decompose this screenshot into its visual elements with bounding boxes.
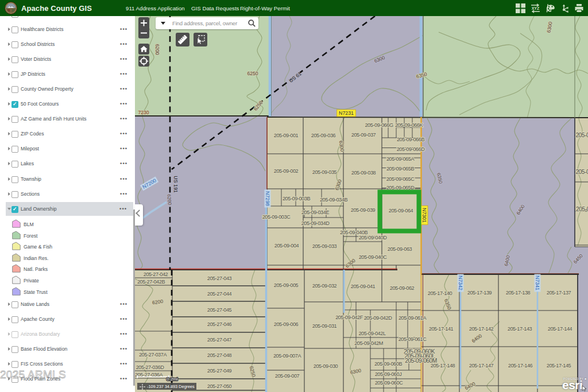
svg-text:205-27-042: 205-27-042 — [144, 271, 168, 277]
svg-text:205-27-036D: 205-27-036D — [136, 364, 164, 370]
svg-text:N7341: N7341 — [535, 275, 540, 290]
svg-text:205-09-062: 205-09-062 — [390, 285, 415, 291]
svg-text:205-27-037A: 205-27-037A — [139, 352, 167, 358]
svg-text:205-17-143: 205-17-143 — [508, 326, 532, 332]
svg-text:205-09-030: 205-09-030 — [314, 363, 338, 369]
svg-text:205-09-001: 205-09-001 — [274, 133, 299, 138]
svg-text:205-09-060C: 205-09-060C — [375, 380, 403, 386]
svg-text:205-09-004: 205-09-004 — [274, 243, 299, 249]
svg-text:205-09-006: 205-09-006 — [274, 321, 299, 327]
svg-text:205-09-034D: 205-09-034D — [301, 220, 330, 226]
svg-text:205-09-007: 205-09-007 — [275, 373, 300, 379]
svg-text:205-09-040C: 205-09-040C — [359, 254, 387, 260]
svg-text:205-09-034B: 205-09-034B — [320, 197, 347, 203]
svg-text:205-17-146: 205-17-146 — [508, 363, 533, 368]
svg-text:205-09-065A: 205-09-065A — [386, 156, 415, 162]
svg-text:205-09-040D: 205-09-040D — [359, 235, 387, 240]
svg-text:205-27-045: 205-27-045 — [207, 307, 232, 313]
svg-text:205-09-061C: 205-09-061C — [399, 336, 427, 342]
svg-text:205-27-047: 205-27-047 — [207, 337, 232, 343]
svg-text:205-09-039: 205-09-039 — [351, 207, 376, 213]
svg-text:205-09-066D: 205-09-066D — [397, 146, 425, 152]
svg-text:0.2mi: 0.2mi — [167, 377, 178, 382]
svg-text:205-09-041: 205-09-041 — [351, 284, 376, 289]
svg-text:205-09-066B: 205-09-066B — [397, 137, 424, 142]
svg-text:205-17-138: 205-17-138 — [506, 290, 531, 296]
svg-text:205-09-038: 205-09-038 — [351, 170, 376, 176]
svg-text:205-17-141: 205-17-141 — [429, 326, 454, 332]
svg-text:205-09-032: 205-09-032 — [312, 283, 337, 289]
svg-text:N7231: N7231 — [339, 110, 354, 116]
svg-text:205-09-002: 205-09-002 — [274, 168, 299, 174]
svg-text:205-09-063: 205-09-063 — [388, 246, 412, 252]
svg-text:205-09-060B: 205-09-060B — [374, 361, 402, 367]
svg-text:205-17-144: 205-17-144 — [548, 326, 572, 332]
svg-text:205-09-065B: 205-09-065B — [386, 166, 414, 172]
svg-text:205-09-061A: 205-09-061A — [399, 315, 427, 321]
svg-text:205-17-140: 205-17-140 — [428, 290, 452, 296]
svg-text:205-09-042L: 205-09-042L — [358, 331, 385, 336]
svg-text:205-27-049: 205-27-049 — [207, 368, 232, 374]
svg-text:205-27-043: 205-27-043 — [207, 275, 232, 281]
svg-text:205-09-037: 205-09-037 — [351, 132, 376, 138]
svg-text:205-09-003B: 205-09-003B — [283, 196, 310, 201]
svg-text:6200: 6200 — [166, 194, 173, 205]
svg-text:205-17-139: 205-17-139 — [467, 290, 492, 296]
svg-text:205-09-042F: 205-09-042F — [335, 315, 363, 320]
svg-text:205-09-066K: 205-09-066K — [395, 122, 423, 128]
svg-text:205-09-065C: 205-09-065C — [386, 176, 415, 182]
svg-text:6250: 6250 — [247, 71, 258, 76]
svg-text:205-17-137: 205-17-137 — [547, 290, 571, 296]
svg-text:205-09-031: 205-09-031 — [312, 323, 337, 329]
svg-text:US 191: US 191 — [173, 176, 179, 192]
svg-text:N7301: N7301 — [421, 208, 427, 223]
svg-text:205-09-: 205-09- — [576, 206, 588, 212]
svg-text:205-09-0: 205-09-0 — [575, 169, 588, 175]
svg-text:205-09-066G: 205-09-066G — [365, 122, 393, 128]
svg-text:205-09-036: 205-09-036 — [311, 133, 336, 138]
svg-text:205-27-050: 205-27-050 — [207, 383, 232, 389]
svg-text:205-27-042B: 205-27-042B — [137, 279, 165, 285]
svg-text:N7298: N7298 — [265, 191, 270, 206]
svg-text:205-09-064: 205-09-064 — [389, 208, 413, 214]
svg-text:205-09-033: 205-09-033 — [312, 243, 337, 249]
svg-text:205-17-145: 205-17-145 — [547, 363, 571, 368]
svg-text:205-09-060J: 205-09-060J — [375, 371, 402, 377]
svg-text:205-09-042D: 205-09-042D — [364, 315, 392, 321]
svg-text:205-09-035: 205-09-035 — [312, 169, 337, 175]
svg-text:205-09-034E: 205-09-034E — [301, 209, 329, 215]
svg-text:205-17-142: 205-17-142 — [469, 326, 494, 332]
svg-text:205-27-048: 205-27-048 — [207, 352, 232, 358]
svg-text:205-27-046: 205-27-046 — [207, 321, 232, 327]
svg-text:205-09-0: 205-09-0 — [575, 132, 588, 138]
svg-text:205-27-044: 205-27-044 — [207, 291, 232, 297]
svg-text:N7342: N7342 — [458, 275, 463, 290]
svg-text:205-09-007A: 205-09-007A — [273, 353, 301, 359]
svg-text:205-17-147: 205-17-147 — [469, 363, 494, 368]
svg-text:205-09-042M: 205-09-042M — [354, 340, 383, 346]
svg-text:205-17-148: 205-17-148 — [431, 363, 455, 368]
svg-text:6200: 6200 — [154, 44, 160, 55]
svg-text:205-09-003C: 205-09-003C — [262, 214, 291, 220]
svg-text:205-09-005: 205-09-005 — [274, 282, 299, 288]
svg-text:7230: 7230 — [138, 110, 149, 115]
svg-text:XYZ: XYZ — [532, 6, 540, 10]
